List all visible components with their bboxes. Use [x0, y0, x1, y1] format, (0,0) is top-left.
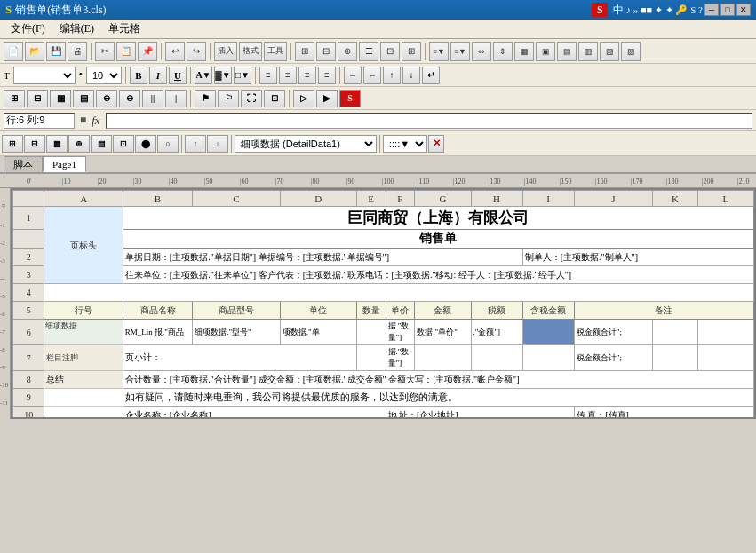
maximize-button[interactable]: □ — [720, 4, 735, 16]
wrap-btn[interactable]: ↵ — [422, 67, 440, 84]
col-header-k[interactable]: K — [653, 191, 698, 207]
btn9[interactable]: ⊞ — [402, 42, 421, 61]
menu-file[interactable]: 文件(F) — [4, 20, 52, 38]
align9[interactable]: ▧ — [600, 42, 619, 61]
tab-script[interactable]: 脚本 — [4, 156, 43, 172]
row7-j[interactable]: 税金额合计"; — [574, 345, 652, 371]
grid-btn10[interactable]: ↓ — [207, 135, 228, 153]
row7-i[interactable] — [522, 345, 574, 371]
col-title-tax[interactable]: 税额 — [471, 302, 522, 320]
comp-btn14[interactable]: ▶ — [316, 90, 338, 107]
row6-d[interactable]: 项数据."单 — [280, 320, 356, 345]
paste-btn[interactable]: 📌 — [138, 42, 157, 61]
size-select[interactable]: 10 — [86, 67, 122, 84]
row7-e[interactable] — [356, 345, 386, 371]
row4-a[interactable] — [44, 284, 754, 302]
formula-input[interactable] — [106, 113, 752, 129]
col-title-qty[interactable]: 数量 — [356, 302, 386, 320]
indent2-btn[interactable]: ← — [363, 67, 381, 84]
col-title-price[interactable]: 单价 — [386, 302, 415, 320]
row10-right[interactable]: 传 真：[传真] — [574, 407, 753, 420]
grid-btn6[interactable]: ⊡ — [113, 135, 134, 153]
comp-btn4[interactable]: ▤ — [73, 90, 94, 107]
btn5[interactable]: ⊟ — [316, 42, 336, 61]
copy-btn[interactable]: 📋 — [116, 42, 136, 61]
row7-l[interactable] — [697, 345, 753, 371]
bg-color-btn[interactable]: ▓▼ — [214, 67, 232, 84]
col-header-e[interactable]: E — [356, 191, 386, 207]
comp-btn12[interactable]: ⊡ — [264, 90, 285, 107]
col-header-h[interactable]: H — [471, 191, 522, 207]
comp-btn2[interactable]: ⊟ — [27, 90, 48, 107]
col-header-b[interactable]: B — [123, 191, 192, 207]
comp-btn7[interactable]: || — [142, 90, 163, 107]
row8-content[interactable]: 合计数量：[主项数据."合计数量"] 成交金额：[主项数据."成交金额" 金额大… — [123, 371, 753, 389]
comp-btn10[interactable]: ⚐ — [218, 90, 239, 107]
btn2[interactable]: 格式 — [239, 42, 262, 61]
font-color-btn[interactable]: A▼ — [195, 67, 212, 84]
grid-btn7[interactable]: ⬤ — [135, 135, 156, 153]
col-header-a[interactable]: A — [44, 191, 123, 207]
row9-content[interactable]: 如有疑问，请随时来电垂询，我公司将提供最优质的服务，以达到您的满意。 — [123, 389, 753, 407]
col-header-l[interactable]: L — [697, 191, 753, 207]
align8[interactable]: ▥ — [578, 42, 598, 61]
col-title-prodname[interactable]: 商品名称 — [123, 302, 192, 320]
row7-k[interactable] — [653, 345, 698, 371]
row6-b[interactable]: RM_Lin 报."商品 — [123, 320, 192, 345]
col-title-hangnum[interactable]: 行号 — [44, 302, 123, 320]
comp-btn9[interactable]: ⚑ — [195, 90, 216, 107]
minimize-button[interactable]: ─ — [704, 4, 719, 16]
undo-btn[interactable]: ↩ — [165, 42, 185, 61]
col-title-amount[interactable]: 金额 — [415, 302, 471, 320]
comp-btn11[interactable]: ⛶ — [241, 90, 262, 107]
close-button[interactable]: ✕ — [736, 4, 751, 16]
font-select[interactable]: 宋体 — [13, 67, 76, 84]
open-btn[interactable]: 📂 — [25, 42, 44, 61]
grid-btn2[interactable]: ⊟ — [24, 135, 45, 153]
align7[interactable]: ▤ — [557, 42, 577, 61]
cell-ref-input[interactable]: 行:6 列:9 — [4, 113, 75, 129]
align2[interactable]: ≡▼ — [450, 42, 470, 61]
valign1-btn[interactable]: ↑ — [383, 67, 401, 84]
row3-content[interactable]: 往来单位：[主项数据."往来单位"] 客户代表：[主项数据."联系电话：[主项数… — [123, 266, 753, 284]
row2-right[interactable]: 制单人：[主项数据."制单人"] — [522, 249, 753, 266]
row6-l[interactable] — [697, 320, 753, 345]
comp-btn8[interactable]: | — [165, 90, 187, 107]
tab-page1[interactable]: Page1 — [43, 156, 86, 172]
col-header-j[interactable]: J — [574, 191, 652, 207]
row7-f[interactable]: 据."数量"] — [386, 345, 415, 371]
comp-btn3[interactable]: ▦ — [50, 90, 71, 107]
grid-btn1[interactable]: ⊞ — [2, 135, 23, 153]
btn3[interactable]: 工具 — [264, 42, 287, 61]
detail-data-select[interactable]: 细项数据 (DetailData1) — [235, 135, 377, 153]
cut-btn[interactable]: ✂ — [95, 42, 115, 61]
grid-container[interactable]: A B C D E F G H I J K L 1 页标头 — [11, 188, 756, 419]
col-header-d[interactable]: D — [280, 191, 356, 207]
btn8[interactable]: ⊡ — [380, 42, 400, 61]
grid-btn9[interactable]: ↑ — [185, 135, 206, 153]
row6-j[interactable]: 税金额合计"; — [574, 320, 652, 345]
menu-edit[interactable]: 编辑(E) — [52, 20, 101, 38]
row6-e[interactable] — [356, 320, 386, 345]
row10-mid[interactable]: 地 址：[企业地址] — [386, 407, 574, 420]
grid-btn4[interactable]: ⊕ — [68, 135, 90, 153]
align-justify-btn[interactable]: ≡ — [318, 67, 336, 84]
grid-btn3[interactable]: ▦ — [46, 135, 68, 153]
redo-btn[interactable]: ↪ — [187, 42, 206, 61]
save-btn[interactable]: 💾 — [46, 42, 66, 61]
menu-cell[interactable]: 单元格 — [101, 20, 147, 38]
row6-h[interactable]: ."金额"] — [471, 320, 522, 345]
props-select[interactable]: ::::▼ — [383, 135, 427, 153]
grid-btn5[interactable]: ▤ — [91, 135, 112, 153]
align5[interactable]: ▦ — [514, 42, 534, 61]
align6[interactable]: ▣ — [536, 42, 555, 61]
close-detail-btn[interactable]: ✕ — [428, 135, 444, 153]
grid-btn8[interactable]: ○ — [157, 135, 179, 153]
row7-b[interactable]: 页小计： — [123, 345, 356, 371]
indent1-btn[interactable]: → — [344, 67, 362, 84]
align4[interactable]: ⇕ — [493, 42, 513, 61]
btn6[interactable]: ⊕ — [338, 42, 357, 61]
border-btn[interactable]: □▼ — [234, 67, 251, 84]
col-title-remarks[interactable]: 备注 — [574, 302, 753, 320]
valign2-btn[interactable]: ↓ — [402, 67, 420, 84]
